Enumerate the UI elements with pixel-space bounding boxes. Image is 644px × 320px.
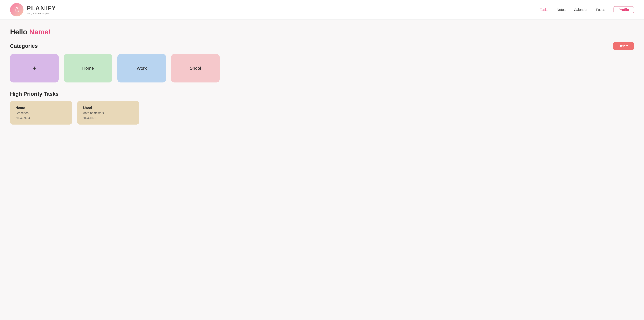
nav-calendar[interactable]: Calendar [574, 8, 588, 12]
categories-title: Categories [10, 43, 38, 49]
category-school-label: Shool [190, 66, 201, 71]
category-card-home[interactable]: Home [64, 54, 112, 82]
logo-text: PLANIFY Plan, Achieve, Repeat [26, 5, 56, 15]
nav-notes[interactable]: Notes [557, 8, 566, 12]
svg-line-4 [17, 7, 18, 7]
add-category-card[interactable]: + [10, 54, 59, 82]
task-category-1: Shool [82, 106, 134, 110]
app-title: PLANIFY [26, 5, 56, 12]
greeting-prefix: Hello [10, 28, 29, 36]
category-card-school[interactable]: Shool [171, 54, 220, 82]
task-name-0: Groceries [16, 111, 67, 115]
categories-grid: + Home Work Shool [10, 54, 634, 82]
category-work-label: Work [137, 66, 147, 71]
categories-header: Categories Delete [10, 42, 634, 50]
logo-icon [10, 3, 24, 16]
delete-button[interactable]: Delete [613, 42, 634, 50]
nav-profile[interactable]: Profile [614, 6, 634, 13]
app-subtitle: Plan, Achieve, Repeat [26, 12, 56, 15]
category-home-label: Home [82, 66, 94, 71]
task-category-0: Home [16, 106, 67, 110]
svg-line-3 [16, 7, 16, 7]
task-date-0: 2024-09-04 [16, 116, 67, 120]
logo-area: PLANIFY Plan, Achieve, Repeat [10, 3, 56, 16]
add-category-icon: + [32, 64, 36, 72]
nav-focus[interactable]: Focus [596, 8, 605, 12]
tasks-grid: Home Groceries 2024-09-04 Shool Math hom… [10, 101, 634, 125]
task-card-1[interactable]: Shool Math homework 2024-10-02 [77, 101, 139, 125]
greeting: Hello Name! [10, 28, 634, 36]
greeting-name: Name! [29, 28, 51, 36]
task-name-1: Math homework [82, 111, 134, 115]
main-content: Hello Name! Categories Delete + Home Wor… [0, 20, 644, 133]
nav-links: Tasks Notes Calendar Focus Profile [540, 6, 634, 13]
category-card-work[interactable]: Work [118, 54, 166, 82]
nav-tasks[interactable]: Tasks [540, 8, 548, 12]
priority-title: High Priority Tasks [10, 91, 634, 97]
navbar: PLANIFY Plan, Achieve, Repeat Tasks Note… [0, 0, 644, 20]
task-date-1: 2024-10-02 [82, 116, 134, 120]
task-card-0[interactable]: Home Groceries 2024-09-04 [10, 101, 72, 125]
